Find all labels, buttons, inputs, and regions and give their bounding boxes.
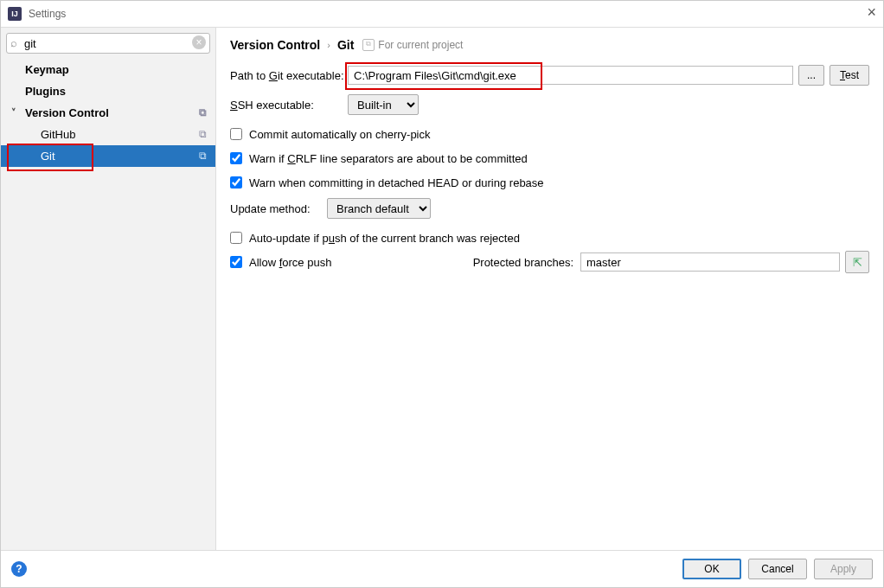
ssh-executable-select[interactable]: Built-in <box>348 94 419 115</box>
help-icon[interactable]: ? <box>11 561 27 577</box>
path-input-wrap <box>348 66 793 85</box>
dialog-footer: ? OK Cancel Apply <box>1 550 883 587</box>
checkbox-label: Allow force push <box>249 256 331 269</box>
row-update-method: Update method: Branch default <box>230 197 869 220</box>
row-git-path: Path to Git executable: ... Test <box>230 64 869 86</box>
update-method-label: Update method: <box>230 202 327 215</box>
for-project-label: For current project <box>378 39 463 51</box>
ssh-label: SSH executable: <box>230 99 348 112</box>
search-wrap: ⌕ × <box>6 33 210 54</box>
git-path-input[interactable] <box>348 66 793 85</box>
checkbox-force-push[interactable] <box>230 256 242 268</box>
checkbox-detached-warn[interactable] <box>230 176 242 189</box>
checkbox-label: Auto-update if push of the current branc… <box>249 232 520 245</box>
sidebar-item-label: Plugins <box>25 85 66 98</box>
expand-protected-button[interactable]: ⇱ <box>845 251 869 273</box>
project-scope-icon: ⧉ <box>199 150 207 162</box>
row-ssh: SSH executable: Built-in <box>230 93 869 116</box>
row-force-push: Allow force push Protected branches: ⇱ <box>230 251 869 273</box>
row-auto-update[interactable]: Auto-update if push of the current branc… <box>230 227 869 249</box>
apply-button: Apply <box>814 559 873 579</box>
breadcrumb-current: Git <box>337 38 354 52</box>
chevron-down-icon: ˅ <box>11 107 16 118</box>
search-icon: ⌕ <box>10 36 17 49</box>
sidebar-item-version-control[interactable]: ˅ Version Control ⧉ <box>1 102 215 124</box>
row-detached-warn[interactable]: Warn when committing in detached HEAD or… <box>230 171 869 194</box>
ok-button[interactable]: OK <box>682 559 741 579</box>
sidebar: ⌕ × Keymap Plugins ˅ Version Control ⧉ <box>1 28 216 550</box>
sidebar-item-label: GitHub <box>41 128 75 141</box>
breadcrumb-parent[interactable]: Version Control <box>230 38 320 52</box>
checkbox-crlf-warn[interactable] <box>230 152 242 164</box>
settings-window: IJ Settings × ⌕ × Keymap Plugins <box>0 0 884 588</box>
row-crlf-warn[interactable]: Warn if CRLF line separators are about t… <box>230 147 869 169</box>
expand-icon: ⇱ <box>853 256 862 269</box>
cancel-button[interactable]: Cancel <box>748 559 807 579</box>
clear-search-icon[interactable]: × <box>192 35 206 49</box>
window-title: Settings <box>29 8 66 20</box>
sidebar-item-plugins[interactable]: Plugins <box>1 80 215 102</box>
sidebar-item-keymap[interactable]: Keymap <box>1 59 215 80</box>
update-method-select[interactable]: Branch default <box>327 198 431 219</box>
close-icon[interactable]: × <box>867 4 876 20</box>
checkbox-label: Warn if CRLF line separators are about t… <box>249 152 528 165</box>
sidebar-item-label: Version Control <box>25 106 109 119</box>
protected-branches-input[interactable] <box>580 252 840 272</box>
sidebar-item-git[interactable]: Git ⧉ <box>1 145 215 167</box>
checkbox-cherry-pick[interactable] <box>230 128 242 140</box>
path-label: Path to Git executable: <box>230 69 348 82</box>
sidebar-item-label: Git <box>41 150 55 163</box>
sidebar-item-github[interactable]: GitHub ⧉ <box>1 124 215 145</box>
search-input[interactable] <box>7 35 209 52</box>
force-push-left[interactable]: Allow force push <box>230 256 331 269</box>
checkbox-label: Warn when committing in detached HEAD or… <box>249 176 544 189</box>
breadcrumb: Version Control › Git ⧉ For current proj… <box>230 38 869 52</box>
project-scope-icon: ⧉ <box>199 128 207 140</box>
app-icon: IJ <box>8 7 22 21</box>
checkbox-label: Commit automatically on cherry-pick <box>249 128 431 141</box>
browse-button[interactable]: ... <box>798 65 824 86</box>
row-cherry-pick[interactable]: Commit automatically on cherry-pick <box>230 123 869 145</box>
protected-branches-label: Protected branches: <box>473 256 573 269</box>
settings-tree: Keymap Plugins ˅ Version Control ⧉ GitHu… <box>1 59 215 550</box>
search-row: ⌕ × <box>1 28 215 59</box>
breadcrumb-separator-icon: › <box>327 40 330 50</box>
project-scope-icon: ⧉ <box>199 106 207 118</box>
content-pane: Version Control › Git ⧉ For current proj… <box>216 28 883 550</box>
sidebar-item-label: Keymap <box>25 63 69 76</box>
content-inner: Version Control › Git ⧉ For current proj… <box>216 28 883 550</box>
title-bar: IJ Settings × <box>1 1 883 28</box>
project-scope-icon: ⧉ <box>362 39 375 51</box>
test-button[interactable]: Test <box>830 65 869 86</box>
checkbox-auto-update[interactable] <box>230 232 242 244</box>
for-project-hint: ⧉ For current project <box>362 39 463 51</box>
window-body: ⌕ × Keymap Plugins ˅ Version Control ⧉ <box>1 28 883 550</box>
